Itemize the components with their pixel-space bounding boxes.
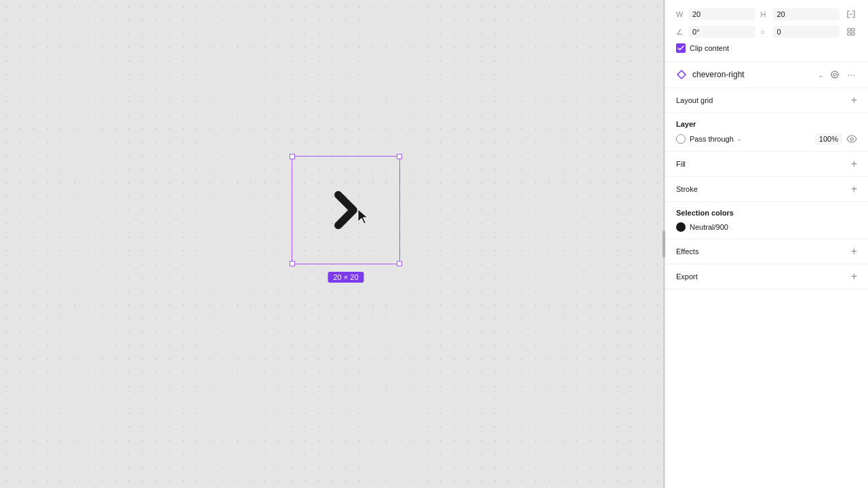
blend-mode-icon bbox=[676, 134, 686, 144]
svg-point-5 bbox=[831, 71, 838, 78]
width-group: W bbox=[676, 8, 755, 20]
stroke-add-button[interactable]: + bbox=[851, 184, 857, 195]
canvas-area: 20 × 20 bbox=[0, 0, 663, 488]
svg-rect-1 bbox=[848, 28, 850, 31]
svg-rect-3 bbox=[848, 33, 850, 35]
selection-colors-title: Selection colors bbox=[676, 209, 857, 217]
export-section: Export + bbox=[665, 264, 868, 289]
constrain-proportions-icon[interactable] bbox=[845, 8, 857, 20]
layer-row: Pass through ⌄ 100% bbox=[676, 134, 857, 144]
fill-add-button[interactable]: + bbox=[851, 159, 857, 169]
handle-top-left[interactable] bbox=[290, 154, 295, 159]
clip-content-row: Clip content bbox=[676, 43, 857, 53]
component-target-icon[interactable] bbox=[829, 68, 841, 81]
blend-mode-chevron: ⌄ bbox=[736, 136, 742, 142]
fill-section: Fill + bbox=[665, 152, 868, 177]
svg-rect-4 bbox=[852, 33, 854, 35]
height-input[interactable] bbox=[773, 8, 840, 20]
effects-label: Effects bbox=[676, 247, 698, 256]
handle-bottom-left[interactable] bbox=[290, 261, 295, 266]
expand-corners-icon[interactable] bbox=[845, 26, 857, 38]
size-label: 20 × 20 bbox=[328, 272, 363, 283]
layout-grid-label: Layout grid bbox=[676, 96, 713, 104]
selection-colors-section: Selection colors Neutral/900 bbox=[665, 202, 868, 239]
layout-grid-add-button[interactable]: + bbox=[851, 95, 857, 106]
clip-content-label: Clip content bbox=[690, 44, 729, 52]
height-group: H bbox=[761, 8, 840, 20]
component-chevron-icon[interactable]: ⌄ bbox=[818, 71, 823, 79]
handle-top-right[interactable] bbox=[397, 154, 402, 159]
blend-mode-value: Pass through bbox=[690, 135, 734, 143]
stroke-section: Stroke + bbox=[665, 177, 868, 202]
component-row: cheveron-right ⌄ ··· bbox=[665, 62, 868, 88]
svg-rect-2 bbox=[852, 28, 854, 31]
svg-point-11 bbox=[850, 138, 853, 140]
corner-radius-input[interactable] bbox=[773, 26, 840, 38]
angle-input[interactable] bbox=[688, 26, 755, 38]
effects-section: Effects + bbox=[665, 239, 868, 264]
effects-add-button[interactable]: + bbox=[851, 246, 857, 257]
blend-mode-select[interactable]: Pass through ⌄ bbox=[690, 135, 742, 143]
clip-content-checkbox[interactable] bbox=[676, 43, 686, 53]
stroke-label: Stroke bbox=[676, 185, 698, 193]
right-panel: W H ∠ ○ bbox=[665, 0, 868, 488]
export-label: Export bbox=[676, 272, 698, 281]
color-name-label: Neutral/900 bbox=[690, 223, 728, 231]
layer-section: Layer Pass through ⌄ 100% bbox=[665, 113, 868, 152]
layer-section-title: Layer bbox=[676, 120, 857, 128]
component-more-icon[interactable]: ··· bbox=[845, 68, 857, 81]
wh-row: W H bbox=[676, 8, 857, 20]
opacity-value[interactable]: 100% bbox=[815, 134, 842, 144]
panel-divider bbox=[663, 0, 665, 488]
component-icon bbox=[676, 69, 687, 80]
angle-group: ∠ bbox=[676, 26, 755, 38]
export-add-button[interactable]: + bbox=[851, 271, 857, 282]
corner-radius-icon: ○ bbox=[761, 28, 770, 36]
color-row: Neutral/900 bbox=[676, 222, 857, 232]
layout-grid-section: Layout grid + bbox=[665, 88, 868, 113]
selection-box: 20 × 20 bbox=[292, 156, 400, 264]
component-name-label: cheveron-right bbox=[692, 70, 812, 79]
canvas-element[interactable]: 20 × 20 bbox=[292, 156, 400, 264]
corner-radius-group: ○ bbox=[761, 26, 840, 38]
visibility-toggle[interactable] bbox=[846, 134, 857, 144]
svg-point-6 bbox=[833, 73, 836, 76]
panel-divider-handle[interactable] bbox=[663, 230, 665, 258]
color-swatch[interactable] bbox=[676, 222, 686, 232]
angle-icon: ∠ bbox=[676, 28, 686, 37]
chevron-right-icon-canvas bbox=[292, 157, 399, 264]
angle-row: ∠ ○ bbox=[676, 26, 857, 38]
h-label: H bbox=[761, 10, 770, 18]
handle-bottom-right[interactable] bbox=[397, 261, 402, 266]
fill-label: Fill bbox=[676, 160, 686, 168]
width-input[interactable] bbox=[688, 8, 755, 20]
dimensions-section: W H ∠ ○ bbox=[665, 0, 868, 62]
component-action-buttons: ··· bbox=[829, 68, 857, 81]
w-label: W bbox=[676, 10, 686, 18]
